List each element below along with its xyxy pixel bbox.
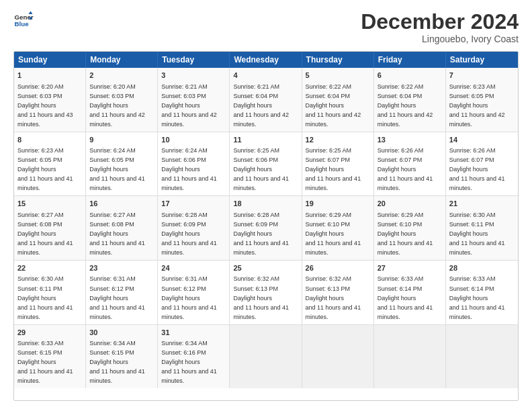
day-number: 25 [233,263,298,273]
calendar-cell-day-30: 30Sunrise: 6:34 AMSunset: 6:15 PMDayligh… [86,325,158,389]
day-info: Sunrise: 6:33 AMSunset: 6:14 PMDaylight … [378,275,433,320]
logo-icon: General Blue [13,10,34,30]
calendar-cell-day-20: 20Sunrise: 6:29 AMSunset: 6:10 PMDayligh… [374,196,446,260]
calendar-cell-day-13: 13Sunrise: 6:26 AMSunset: 6:07 PMDayligh… [374,132,446,196]
day-number: 9 [89,135,154,145]
page: General Blue December 2024 Lingouebo, Iv… [0,0,532,411]
calendar-cell-day-31: 31Sunrise: 6:34 AMSunset: 6:16 PMDayligh… [158,325,230,389]
header-sunday: Sunday [14,52,86,68]
calendar-cell-day-27: 27Sunrise: 6:33 AMSunset: 6:14 PMDayligh… [374,261,446,324]
calendar: Sunday Monday Tuesday Wednesday Thursday… [13,51,519,401]
day-info: Sunrise: 6:26 AMSunset: 6:07 PMDaylight … [449,147,505,191]
day-info: Sunrise: 6:28 AMSunset: 6:09 PMDaylight … [161,212,217,256]
day-info: Sunrise: 6:31 AMSunset: 6:12 PMDaylight … [161,275,217,320]
calendar-cell-day-11: 11Sunrise: 6:25 AMSunset: 6:06 PMDayligh… [230,132,302,196]
day-number: 19 [306,199,370,209]
day-number: 3 [161,71,226,81]
calendar-cell-day-15: 15Sunrise: 6:27 AMSunset: 6:08 PMDayligh… [14,196,86,260]
calendar-cell-day-12: 12Sunrise: 6:25 AMSunset: 6:07 PMDayligh… [302,132,374,196]
day-number: 12 [306,135,370,145]
calendar-cell-day-4: 4Sunrise: 6:21 AMSunset: 6:04 PMDaylight… [230,68,302,132]
calendar-cell-day-1: 1Sunrise: 6:20 AMSunset: 6:03 PMDaylight… [14,68,86,132]
day-info: Sunrise: 6:23 AMSunset: 6:05 PMDaylight … [17,147,73,191]
day-number: 26 [306,263,370,273]
calendar-cell-day-18: 18Sunrise: 6:28 AMSunset: 6:09 PMDayligh… [230,196,302,260]
day-info: Sunrise: 6:32 AMSunset: 6:13 PMDaylight … [306,275,361,320]
calendar-cell-day-2: 2Sunrise: 6:20 AMSunset: 6:03 PMDaylight… [86,68,158,132]
header: General Blue December 2024 Lingouebo, Iv… [13,10,519,44]
day-info: Sunrise: 6:33 AMSunset: 6:15 PMDaylight … [17,340,73,384]
calendar-header: Sunday Monday Tuesday Wednesday Thursday… [14,52,518,68]
day-info: Sunrise: 6:34 AMSunset: 6:16 PMDaylight … [161,340,217,384]
day-number: 2 [89,71,154,81]
calendar-cell-day-22: 22Sunrise: 6:30 AMSunset: 6:11 PMDayligh… [14,261,86,324]
subtitle: Lingouebo, Ivory Coast [361,34,519,44]
calendar-cell-empty [374,325,446,389]
day-info: Sunrise: 6:24 AMSunset: 6:05 PMDaylight … [89,147,145,191]
day-info: Sunrise: 6:26 AMSunset: 6:07 PMDaylight … [378,147,433,191]
day-info: Sunrise: 6:22 AMSunset: 6:04 PMDaylight … [306,83,361,128]
day-number: 4 [233,71,298,81]
logo: General Blue [13,10,34,30]
day-number: 8 [17,135,82,145]
calendar-cell-day-5: 5Sunrise: 6:22 AMSunset: 6:04 PMDaylight… [302,68,374,132]
calendar-cell-day-28: 28Sunrise: 6:33 AMSunset: 6:14 PMDayligh… [446,261,518,324]
day-info: Sunrise: 6:33 AMSunset: 6:14 PMDaylight … [449,275,505,320]
day-number: 23 [89,263,154,273]
day-info: Sunrise: 6:29 AMSunset: 6:10 PMDaylight … [306,212,361,256]
calendar-cell-day-7: 7Sunrise: 6:23 AMSunset: 6:05 PMDaylight… [446,68,518,132]
day-number: 13 [378,135,442,145]
day-info: Sunrise: 6:21 AMSunset: 6:03 PMDaylight … [161,83,217,128]
calendar-row-5: 29Sunrise: 6:33 AMSunset: 6:15 PMDayligh… [14,325,518,389]
header-tuesday: Tuesday [158,52,230,68]
calendar-row-3: 15Sunrise: 6:27 AMSunset: 6:08 PMDayligh… [14,196,518,261]
calendar-cell-day-23: 23Sunrise: 6:31 AMSunset: 6:12 PMDayligh… [86,261,158,324]
day-info: Sunrise: 6:28 AMSunset: 6:09 PMDaylight … [233,212,289,256]
calendar-row-1: 1Sunrise: 6:20 AMSunset: 6:03 PMDaylight… [14,68,518,132]
header-wednesday: Wednesday [230,52,302,68]
main-title: December 2024 [361,10,519,34]
header-monday: Monday [86,52,158,68]
day-info: Sunrise: 6:25 AMSunset: 6:06 PMDaylight … [233,147,289,191]
day-number: 17 [161,199,226,209]
day-number: 10 [161,135,226,145]
day-info: Sunrise: 6:23 AMSunset: 6:05 PMDaylight … [449,83,505,128]
header-thursday: Thursday [302,52,374,68]
calendar-cell-day-10: 10Sunrise: 6:24 AMSunset: 6:06 PMDayligh… [158,132,230,196]
day-info: Sunrise: 6:27 AMSunset: 6:08 PMDaylight … [17,212,73,256]
day-info: Sunrise: 6:32 AMSunset: 6:13 PMDaylight … [233,275,289,320]
day-number: 1 [17,71,82,81]
calendar-cell-day-16: 16Sunrise: 6:27 AMSunset: 6:08 PMDayligh… [86,196,158,260]
day-info: Sunrise: 6:22 AMSunset: 6:04 PMDaylight … [378,83,433,128]
calendar-cell-day-17: 17Sunrise: 6:28 AMSunset: 6:09 PMDayligh… [158,196,230,260]
calendar-cell-day-25: 25Sunrise: 6:32 AMSunset: 6:13 PMDayligh… [230,261,302,324]
day-info: Sunrise: 6:21 AMSunset: 6:04 PMDaylight … [233,83,289,128]
day-number: 15 [17,199,82,209]
day-info: Sunrise: 6:24 AMSunset: 6:06 PMDaylight … [161,147,217,191]
calendar-cell-empty [446,325,518,389]
calendar-cell-day-9: 9Sunrise: 6:24 AMSunset: 6:05 PMDaylight… [86,132,158,196]
day-number: 5 [306,71,370,81]
day-number: 7 [449,71,515,81]
day-info: Sunrise: 6:34 AMSunset: 6:15 PMDaylight … [89,340,145,384]
day-info: Sunrise: 6:27 AMSunset: 6:08 PMDaylight … [89,212,145,256]
day-number: 6 [378,71,442,81]
day-number: 11 [233,135,298,145]
day-number: 18 [233,199,298,209]
calendar-cell-empty [302,325,374,389]
calendar-row-4: 22Sunrise: 6:30 AMSunset: 6:11 PMDayligh… [14,261,518,325]
header-saturday: Saturday [446,52,518,68]
day-number: 27 [378,263,442,273]
day-number: 29 [17,328,82,338]
calendar-cell-day-3: 3Sunrise: 6:21 AMSunset: 6:03 PMDaylight… [158,68,230,132]
day-number: 14 [449,135,515,145]
svg-text:Blue: Blue [15,20,30,28]
day-number: 24 [161,263,226,273]
day-info: Sunrise: 6:31 AMSunset: 6:12 PMDaylight … [89,275,145,320]
calendar-cell-day-8: 8Sunrise: 6:23 AMSunset: 6:05 PMDaylight… [14,132,86,196]
calendar-body: 1Sunrise: 6:20 AMSunset: 6:03 PMDaylight… [14,68,518,388]
day-number: 30 [89,328,154,338]
svg-marker-2 [29,11,33,15]
calendar-cell-empty [230,325,302,389]
day-info: Sunrise: 6:20 AMSunset: 6:03 PMDaylight … [89,83,145,128]
